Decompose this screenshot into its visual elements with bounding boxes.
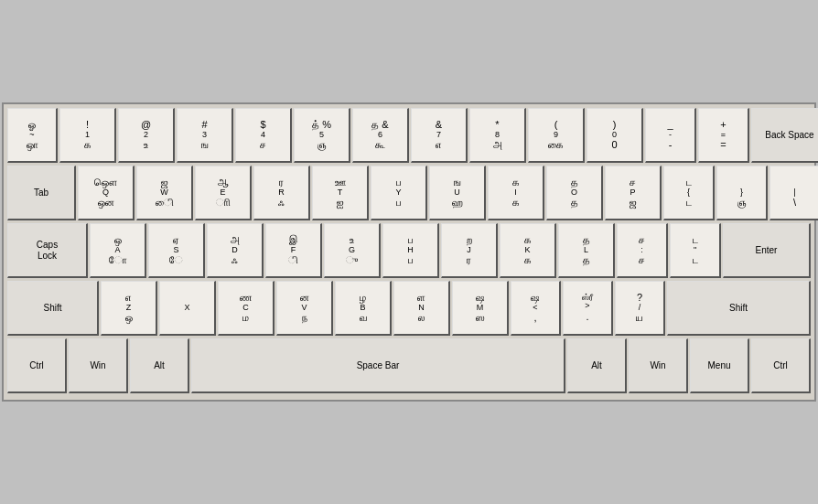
key-win-right[interactable]: Win [629, 338, 688, 393]
key-backspace[interactable]: Back Space [751, 108, 818, 163]
key-q[interactable]: ஒௌ Q ஒன [78, 166, 135, 220]
key-bracket-right[interactable]: } ஞ [716, 166, 768, 220]
key-s[interactable]: ஏ S ே [148, 223, 205, 278]
key-ctrl-left[interactable]: Ctrl [7, 338, 67, 393]
key-9[interactable]: ( 9 கை [528, 108, 585, 163]
key-j[interactable]: ற J ர [441, 223, 498, 278]
key-m[interactable]: ஷ M ஸ [452, 281, 509, 336]
key-1[interactable]: ! 1 க [59, 108, 116, 163]
row-caps: CapsLock ஒ A ோ ஏ S ே அ D ஃ இ F ி உ G ு ப [7, 223, 811, 278]
row-shift: Shift எ Z ஒ X ண C ம ன V ந ழ B வ ள [7, 281, 811, 336]
keyboard: ஓ ~ ஒா ! 1 க @ 2 உ # 3 ங $ 4 ச த் % 5 ஞ [2, 102, 816, 402]
key-space[interactable]: Space Bar [191, 338, 565, 393]
key-c[interactable]: ண C ம [218, 281, 274, 336]
key-equal[interactable]: + = = [698, 108, 749, 163]
row-bottom: Ctrl Win Alt Space Bar Alt Win Menu Ctrl [7, 338, 811, 393]
key-f[interactable]: இ F ி [265, 223, 322, 278]
key-win-left[interactable]: Win [69, 338, 128, 393]
key-8[interactable]: * 8 அ [469, 108, 526, 163]
key-4[interactable]: $ 4 ச [235, 108, 292, 163]
key-y[interactable]: ப Y ப [371, 166, 427, 220]
key-r[interactable]: ர R ஃ [253, 166, 310, 220]
key-z[interactable]: எ Z ஒ [101, 281, 157, 336]
key-shift-right[interactable]: Shift [667, 281, 811, 336]
key-l[interactable]: த L த [558, 223, 615, 278]
key-o[interactable]: த O த [546, 166, 603, 220]
key-i[interactable]: க I க [488, 166, 544, 220]
key-k[interactable]: க K க [500, 223, 556, 278]
key-u[interactable]: ங U ஹ [429, 166, 486, 220]
key-a[interactable]: ஒ A ோ [90, 223, 146, 278]
key-enter[interactable]: Enter [723, 223, 811, 278]
key-alt-right[interactable]: Alt [567, 338, 627, 393]
key-2[interactable]: @ 2 உ [118, 108, 175, 163]
key-slash[interactable]: ? / ய [615, 281, 665, 336]
key-comma[interactable]: ஷ < , [511, 281, 561, 336]
key-5[interactable]: த் % 5 ஞ [294, 108, 350, 163]
key-backslash[interactable]: | \ [770, 166, 818, 220]
key-shift-left[interactable]: Shift [7, 281, 99, 336]
key-p[interactable]: ச P ஜ [605, 166, 662, 220]
key-alt-left[interactable]: Alt [130, 338, 189, 393]
key-n[interactable]: ள N ல [393, 281, 450, 336]
key-0[interactable]: ) 0 0 [587, 108, 643, 163]
key-e[interactable]: ஆ E ாி [195, 166, 252, 220]
key-quote[interactable]: ட " ட [670, 223, 721, 278]
key-6[interactable]: த & 6 கூ [352, 108, 409, 163]
key-semicolon[interactable]: ச : ச [617, 223, 668, 278]
key-bracket-left[interactable]: ட { ட [663, 166, 715, 220]
key-g[interactable]: உ G ு [324, 223, 381, 278]
key-ctrl-right[interactable]: Ctrl [751, 338, 811, 393]
key-tab[interactable]: Tab [7, 166, 76, 220]
key-period[interactable]: ஸ்ரீ > . [563, 281, 613, 336]
row-number: ஓ ~ ஒா ! 1 க @ 2 உ # 3 ங $ 4 ச த் % 5 ஞ [7, 108, 811, 163]
key-menu[interactable]: Menu [690, 338, 749, 393]
key-7[interactable]: & 7 எ [411, 108, 468, 163]
key-t[interactable]: ஊ T ஐ [312, 166, 369, 220]
key-3[interactable]: # 3 ங [177, 108, 233, 163]
key-x[interactable]: X [159, 281, 216, 336]
key-b[interactable]: ழ B வ [335, 281, 392, 336]
key-h[interactable]: ப H ப [382, 223, 439, 278]
row-tab: Tab ஒௌ Q ஒன ஜ W ைி ஆ E ாி ர R ஃ ஊ T ஐ ப [7, 166, 811, 220]
key-d[interactable]: அ D ஃ [207, 223, 264, 278]
key-grave[interactable]: ஓ ~ ஒா [7, 108, 58, 163]
key-v[interactable]: ன V ந [276, 281, 333, 336]
key-minus[interactable]: _ - - [645, 108, 696, 163]
key-w[interactable]: ஜ W ைி [136, 166, 193, 220]
key-capslock[interactable]: CapsLock [7, 223, 88, 278]
